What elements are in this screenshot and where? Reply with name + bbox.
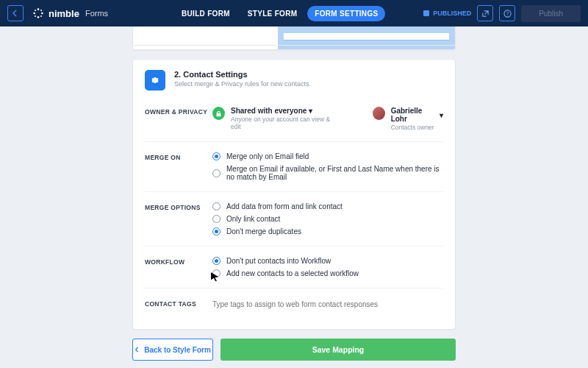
- map-label: [133, 26, 278, 45]
- help-icon: ?: [503, 10, 512, 18]
- publish-button[interactable]: Publish: [521, 5, 581, 22]
- svg-point-1: [33, 13, 35, 15]
- save-mapping-button[interactable]: Save Mapping: [220, 339, 456, 361]
- radio-no-workflow[interactable]: Don't put contacts into Workflow: [212, 257, 443, 265]
- top-nav: BUILD FORM STYLE FORM FORM SETTINGS: [174, 6, 385, 21]
- svg-text:?: ?: [506, 11, 509, 16]
- unlock-icon: [212, 107, 225, 120]
- section-title: 2. Contact Settings: [174, 70, 311, 79]
- back-to-style-button[interactable]: Back to Style Form: [132, 339, 213, 361]
- tab-form-settings[interactable]: FORM SETTINGS: [307, 6, 385, 21]
- svg-rect-8: [423, 10, 429, 16]
- radio-merge-email[interactable]: Merge only on Email field: [212, 152, 443, 160]
- gear-icon: [145, 70, 165, 91]
- avatar: [373, 107, 385, 120]
- chevron-down-icon: ▾: [440, 111, 443, 119]
- tab-build-form[interactable]: BUILD FORM: [174, 6, 237, 21]
- owner-selector[interactable]: Gabrielle Lohr▾ Contacts owner: [373, 107, 443, 131]
- merge-on-label: MERGE ON: [145, 152, 212, 161]
- brand-sub: Forms: [85, 9, 108, 18]
- open-external-button[interactable]: [477, 5, 493, 21]
- chevron-down-icon: ▾: [309, 107, 312, 115]
- radio-dont-merge[interactable]: Don't merge duplicates: [212, 227, 443, 236]
- header-tools: PUBLISHED ? Publish: [423, 5, 581, 22]
- radio-merge-name-fallback[interactable]: Merge on Email if available, or First an…: [212, 165, 443, 181]
- page-body: First Name Last Name Phone Number 2. Con…: [0, 26, 588, 368]
- back-button[interactable]: [7, 5, 24, 21]
- svg-point-0: [37, 8, 40, 10]
- contact-tags-label: CONTACT TAGS: [145, 299, 212, 308]
- contact-settings-card: 2. Contact Settings Select merge & Priva…: [132, 59, 456, 330]
- doc-icon: [423, 10, 430, 17]
- svg-point-5: [40, 10, 42, 11]
- external-link-icon: [481, 10, 490, 18]
- radio-add-to-workflow[interactable]: Add new contacts to a selected workflow: [212, 269, 443, 277]
- map-value-first-name[interactable]: [284, 50, 449, 51]
- status-published: PUBLISHED: [423, 10, 471, 17]
- arrow-left-icon: [135, 347, 140, 353]
- section-subtitle: Select merge & Privacy rules for new con…: [174, 80, 311, 88]
- svg-point-6: [35, 15, 36, 17]
- workflow-label: WORKFLOW: [145, 257, 212, 266]
- tab-style-form[interactable]: STYLE FORM: [240, 6, 304, 21]
- svg-point-2: [41, 13, 43, 15]
- arrow-left-icon: [12, 10, 19, 17]
- tags-input[interactable]: [212, 299, 443, 310]
- owner-privacy-label: OWNER & PRIVACY: [145, 107, 212, 116]
- brand-logo-icon: [32, 7, 44, 19]
- map-label-first-name: First Name: [133, 46, 278, 51]
- svg-point-3: [37, 16, 40, 18]
- svg-point-7: [40, 15, 42, 17]
- field-mapping-card: First Name Last Name Phone Number: [132, 26, 456, 50]
- map-value-input[interactable]: [284, 33, 449, 40]
- svg-point-4: [35, 10, 36, 11]
- help-button[interactable]: ?: [499, 5, 515, 21]
- footer-actions: Back to Style Form Save Mapping: [132, 339, 456, 361]
- merge-options-label: MERGE OPTIONS: [145, 202, 212, 211]
- privacy-selector[interactable]: Shared with everyone▾ Anyone on your acc…: [212, 107, 336, 131]
- top-bar: nimble Forms BUILD FORM STYLE FORM FORM …: [0, 0, 588, 26]
- brand: nimble Forms: [32, 7, 108, 19]
- radio-add-and-link[interactable]: Add data from form and link contact: [212, 202, 443, 210]
- radio-only-link[interactable]: Only link contact: [212, 215, 443, 223]
- brand-name: nimble: [49, 8, 79, 19]
